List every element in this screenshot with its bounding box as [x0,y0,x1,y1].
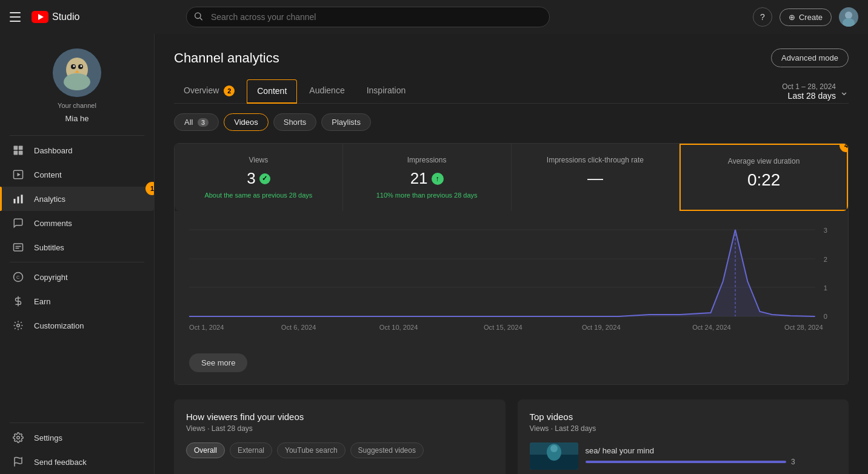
tab-content[interactable]: Content [247,79,297,104]
logo-area[interactable]: Studio [32,11,79,23]
sidebar-item-dashboard[interactable]: Dashboard [0,138,154,162]
views-check-icon: ✓ [259,173,270,184]
metric-impressions-label: Impressions [355,156,499,164]
tab-audience[interactable]: Audience [299,79,354,104]
svg-text:Oct 19, 2024: Oct 19, 2024 [582,324,621,331]
svg-point-5 [845,12,852,19]
channel-avatar[interactable] [53,48,101,97]
svg-text:0: 0 [824,313,827,320]
sidebar-bottom: Settings Send feedback [0,420,154,474]
topnav: Studio ? ⊕ Create [0,0,868,34]
avatar[interactable] [839,7,858,27]
viewers-card: How viewers find your videos Views · Las… [174,399,506,474]
svg-rect-16 [19,146,23,150]
filter-all-badge: 3 [198,118,209,127]
viewers-filter-overall[interactable]: Overall [186,442,225,458]
filter-row: All 3 Videos Shorts Playlists [174,113,849,131]
svg-text:1: 1 [824,284,827,292]
top-video-item-0[interactable]: sea/ heal your mind 3 [530,442,837,470]
feedback-icon [12,456,24,468]
sidebar: Your channel Mia he Dashboard Content An… [0,34,155,474]
sidebar-item-feedback[interactable]: Send feedback [0,450,154,474]
sidebar-item-settings[interactable]: Settings [0,426,154,450]
viewers-filter-external[interactable]: External [230,442,272,458]
filter-videos-button[interactable]: Videos [224,113,269,131]
tab-overview-label: Overview [184,85,219,95]
avatar-image [839,7,858,27]
tab-overview-badge: 2 [224,85,235,96]
search-input[interactable] [186,7,550,27]
menu-icon[interactable] [10,10,24,24]
metric-views[interactable]: Views 3 ✓ About the same as previous 28 … [175,144,343,211]
top-video-bar [586,461,787,463]
top-video-bar-wrap: 3 [586,458,837,466]
filter-playlists-button[interactable]: Playlists [321,113,371,131]
metric-ctr[interactable]: Impressions click-through rate — [512,144,680,211]
metric-avg-duration-value: 0:22 [693,170,835,190]
create-button[interactable]: ⊕ Create [780,8,832,26]
viewers-card-title: How viewers find your videos [186,412,493,422]
comments-icon [12,217,24,229]
date-range[interactable]: Oct 1 – 28, 2024 Last 28 days ⌄ [782,82,849,101]
search-icon [193,12,203,23]
top-videos-card: Top videos Views · Last 28 days sea/ hea… [518,399,849,474]
top-videos-title: Top videos [530,412,837,422]
svg-text:2: 2 [824,256,827,263]
viewers-filter-row: Overall External YouTube search Suggeste… [186,442,493,458]
sidebar-item-subtitles[interactable]: Subtitles [0,235,154,259]
metric-impressions[interactable]: Impressions 21 ↑ 110% more than previous… [343,144,512,211]
viewers-filter-youtube-search[interactable]: YouTube search [277,442,346,458]
sidebar-item-copyright[interactable]: C Copyright [0,265,154,289]
metric-views-label: Views [187,156,330,164]
create-plus-icon: ⊕ [789,13,795,22]
metric-avg-duration-label: Average view duration [693,157,835,165]
date-range-info: Oct 1 – 28, 2024 Last 28 days [782,82,836,101]
tabs-left: Overview 2 Content Audience Inspiration [174,79,415,103]
filter-shorts-button[interactable]: Shorts [273,113,317,131]
see-more-button[interactable]: See more [189,353,247,372]
search-bar [186,7,550,27]
top-video-info: sea/ heal your mind 3 [586,446,837,466]
chevron-down-icon: ⌄ [840,85,849,98]
date-range-text: Oct 1 – 28, 2024 [782,82,836,91]
tab-audience-label: Audience [309,85,344,95]
analytics-panel: Views 3 ✓ About the same as previous 28 … [174,143,849,385]
svg-point-2 [195,13,201,18]
top-video-title-text: sea/ heal your mind [586,446,837,455]
filter-playlists-label: Playlists [332,118,361,127]
svg-point-9 [64,73,90,90]
thumbnail-image [530,442,578,470]
svg-marker-41 [189,230,815,316]
tab-overview[interactable]: Overview 2 [174,79,244,104]
studio-label: Studio [52,12,79,22]
filter-all-button[interactable]: All 3 [174,113,219,131]
settings-icon [12,432,24,444]
sidebar-item-analytics[interactable]: Analytics 1 [0,187,154,211]
sidebar-item-comments[interactable]: Comments [0,211,154,235]
metric-avg-duration[interactable]: 4 Average view duration 0:22 [679,144,848,211]
customization-icon [12,319,24,332]
sidebar-item-label-settings: Settings [34,433,142,442]
sidebar-item-content[interactable]: Content [0,162,154,187]
main-body: Your channel Mia he Dashboard Content An… [0,34,868,474]
svg-text:Oct 1, 2024: Oct 1, 2024 [189,324,224,331]
dashboard-icon [12,144,24,156]
svg-text:Oct 10, 2024: Oct 10, 2024 [379,324,418,331]
sidebar-item-earn[interactable]: Earn [0,289,154,313]
analytics-chart: 3 2 1 0 Oct 1, 2024 [189,221,833,342]
help-button[interactable]: ? [753,7,772,27]
channel-your-label: Your channel [58,102,96,109]
chart-section: 3 2 1 0 Oct 1, 2024 [175,211,848,384]
viewers-filter-suggested[interactable]: Suggested videos [350,442,424,458]
sidebar-item-label-feedback: Send feedback [34,458,142,467]
svg-point-30 [17,324,20,327]
sidebar-item-label-comments: Comments [34,219,142,228]
svg-rect-23 [21,195,23,203]
sidebar-item-customization[interactable]: Customization [0,313,154,338]
svg-rect-24 [14,244,23,251]
sidebar-item-label-customization: Customization [34,321,142,330]
tab-inspiration[interactable]: Inspiration [357,79,416,104]
svg-text:Oct 15, 2024: Oct 15, 2024 [484,324,522,331]
youtube-logo-icon [32,11,48,23]
advanced-mode-button[interactable]: Advanced mode [771,48,849,67]
